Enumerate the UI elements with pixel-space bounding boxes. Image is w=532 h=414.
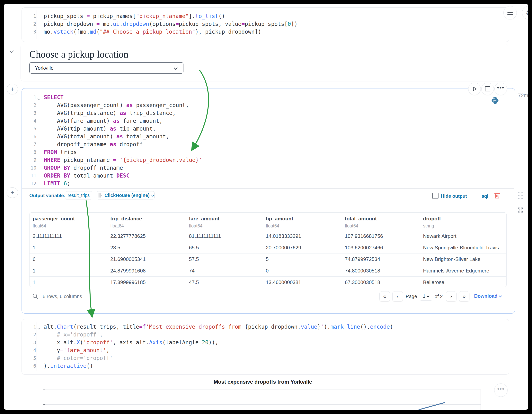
code-cell-dropdown-setup[interactable]: 1pickup_spots = pickup_names["pickup_nta… bbox=[21, 8, 509, 42]
code-line[interactable]: 6 AVG(total_amount) as total_amount, bbox=[22, 133, 515, 140]
run-cell-button[interactable] bbox=[468, 83, 481, 95]
search-icon[interactable] bbox=[32, 293, 38, 300]
table-cell: 24.8799991608 bbox=[107, 265, 186, 276]
cell-drag-handle[interactable] bbox=[518, 192, 523, 199]
column-header-tip_amount[interactable]: tip_amountfloat64 bbox=[263, 213, 342, 230]
column-type: float64 bbox=[266, 222, 342, 229]
line-number: 2 bbox=[22, 21, 40, 27]
code-line[interactable]: 2pickup_dropdown = mo.ui.dropdown(option… bbox=[22, 20, 509, 28]
code-editor[interactable]: 1pickup_spots = pickup_names["pickup_nta… bbox=[22, 8, 509, 36]
chevron-down-icon bbox=[427, 294, 430, 297]
column-header-trip_distance[interactable]: trip_distancefloat64 bbox=[107, 213, 186, 230]
column-header-total_amount[interactable]: total_amountfloat64 bbox=[342, 213, 420, 230]
cell-more-options-button[interactable]: ••• bbox=[494, 83, 507, 95]
code-text: LIMIT 6; bbox=[40, 180, 70, 187]
line-number: 12 bbox=[22, 181, 40, 186]
line-number: 9 bbox=[22, 157, 40, 163]
table-cell: Newark Airport bbox=[420, 230, 507, 242]
code-line[interactable]: 3 x=alt.X('dropoff', axis=alt.Axis(label… bbox=[22, 338, 509, 346]
chevron-down-icon bbox=[499, 294, 502, 297]
table-cell: 81.1111111111 bbox=[186, 230, 263, 242]
code-line[interactable]: 1alt.Chart(result_trips, title=f'Most ex… bbox=[22, 323, 509, 331]
fold-chevron-icon[interactable] bbox=[38, 97, 40, 100]
code-line[interactable]: 10GROUP BY dropoff_ntaname bbox=[22, 164, 515, 172]
code-line[interactable]: 5 # color='dropoff' bbox=[22, 354, 509, 362]
code-line[interactable]: 5 AVG(tip_amount) as tip_amount, bbox=[22, 125, 515, 133]
line-number: 4 bbox=[22, 118, 40, 124]
engine-selector[interactable]: ClickHouse (engine) bbox=[97, 191, 154, 199]
code-line[interactable]: 4 y='fare_amount', bbox=[22, 346, 509, 354]
line-number: 7 bbox=[22, 141, 40, 147]
menu-button[interactable] bbox=[504, 6, 517, 19]
output-variable-name[interactable]: result_trips bbox=[65, 191, 92, 199]
table-cell: 74 bbox=[186, 265, 263, 276]
page-number: 1 bbox=[423, 293, 425, 299]
code-line[interactable]: 3 AVG(trip_distance) as trip_distance, bbox=[22, 109, 515, 117]
stop-icon bbox=[485, 86, 490, 91]
sql-editor[interactable]: 1SELECT2 AVG(passenger_count) as passeng… bbox=[22, 89, 515, 187]
code-line[interactable]: 1SELECT bbox=[22, 93, 515, 101]
add-cell-above-button[interactable]: + bbox=[7, 84, 18, 94]
language-toggle[interactable]: sql bbox=[482, 193, 488, 199]
column-type: float64 bbox=[345, 222, 420, 229]
table-cell: New Springville-Bloomfield-Travis bbox=[420, 242, 507, 254]
screen-frame bbox=[528, 0, 532, 414]
code-line[interactable]: 6).interactive() bbox=[22, 362, 509, 370]
code-line[interactable]: 9WHERE pickup_ntaname = '{pickup_dropdow… bbox=[22, 156, 515, 164]
column-header-dropoff[interactable]: dropoffstring bbox=[420, 213, 507, 230]
line-number: 5 bbox=[22, 126, 40, 132]
code-text: AVG(total_amount) as total_amount, bbox=[40, 133, 169, 140]
delete-cell-button[interactable] bbox=[494, 192, 501, 200]
stop-cell-button[interactable] bbox=[481, 83, 494, 95]
code-text: SELECT bbox=[40, 94, 64, 101]
line-number: 6 bbox=[22, 134, 40, 139]
code-line[interactable]: 8FROM trips bbox=[22, 148, 515, 156]
code-line[interactable]: 2 AVG(passenger_count) as passenger_coun… bbox=[22, 101, 515, 109]
code-text: AVG(tip_amount) as tip_amount, bbox=[40, 126, 156, 132]
code-text: FROM trips bbox=[40, 149, 77, 155]
python-logo-icon bbox=[491, 97, 499, 105]
expand-cell-button[interactable] bbox=[517, 207, 524, 214]
table-row[interactable]: 2.111111111122.327777862581.111111111114… bbox=[29, 230, 507, 242]
code-line[interactable]: 1pickup_spots = pickup_names["pickup_nta… bbox=[22, 12, 509, 20]
table-row[interactable]: 621.690000534157.5574.8799972534New Brig… bbox=[29, 254, 507, 265]
table-row[interactable]: 124.879999160874074.8000030518Hammels-Ar… bbox=[29, 265, 507, 276]
column-name: tip_amount bbox=[266, 216, 342, 222]
code-line[interactable]: 12LIMIT 6; bbox=[22, 179, 515, 187]
table-row[interactable]: 117.399999618547.513.460000038167.300003… bbox=[29, 276, 507, 287]
chevron-down-icon bbox=[151, 193, 154, 197]
plot-border bbox=[481, 390, 481, 410]
fold-chevron-icon[interactable] bbox=[37, 326, 40, 329]
last-page-button[interactable]: » bbox=[459, 291, 469, 301]
table-row[interactable]: 123.565.520.7000007629103.6200027466New … bbox=[29, 242, 507, 254]
chart-code-cell[interactable]: 1alt.Chart(result_trips, title=f'Most ex… bbox=[21, 319, 509, 375]
code-text: GROUP BY dropoff_ntaname bbox=[40, 165, 123, 171]
trash-icon bbox=[494, 192, 501, 199]
column-type: float64 bbox=[33, 222, 107, 229]
add-cell-below-button[interactable]: + bbox=[7, 187, 18, 198]
page-select[interactable]: 1 bbox=[420, 292, 432, 301]
code-line[interactable]: 7 dropoff_ntaname as dropoff bbox=[22, 140, 515, 148]
results-table[interactable]: passenger_countfloat64trip_distancefloat… bbox=[29, 212, 507, 287]
code-text: pickup_spots = pickup_names["pickup_ntan… bbox=[40, 13, 225, 19]
column-header-passenger_count[interactable]: passenger_countfloat64 bbox=[29, 213, 107, 230]
first-page-button[interactable]: « bbox=[380, 291, 390, 301]
column-header-fare_amount[interactable]: fare_amountfloat64 bbox=[186, 213, 263, 230]
code-editor[interactable]: 1alt.Chart(result_trips, title=f'Most ex… bbox=[22, 319, 509, 370]
code-line[interactable]: 11ORDER BY total_amount DESC bbox=[22, 172, 515, 179]
code-text: ).interactive() bbox=[40, 363, 93, 369]
previous-page-button[interactable]: ‹ bbox=[392, 291, 403, 301]
y-axis-tick bbox=[43, 390, 45, 390]
code-line[interactable]: 3mo.vstack([mo.md("## Choose a pickup lo… bbox=[22, 28, 509, 36]
y-axis-tick bbox=[43, 404, 45, 405]
code-line[interactable]: 2 # x='dropoff', bbox=[22, 331, 509, 338]
chart-more-options-button[interactable]: ••• bbox=[494, 384, 508, 397]
output-variable-value: result_trips bbox=[68, 193, 90, 198]
download-button[interactable]: Download bbox=[474, 293, 502, 299]
table-cell: 5 bbox=[263, 254, 342, 265]
next-page-button[interactable]: › bbox=[446, 291, 456, 301]
hide-output-checkbox[interactable] bbox=[432, 193, 438, 199]
pickup-location-dropdown[interactable]: Yorkville bbox=[29, 62, 183, 74]
code-line[interactable]: 4 AVG(fare_amount) as fare_amount, bbox=[22, 117, 515, 125]
ellipsis-icon: ••• bbox=[497, 388, 505, 392]
